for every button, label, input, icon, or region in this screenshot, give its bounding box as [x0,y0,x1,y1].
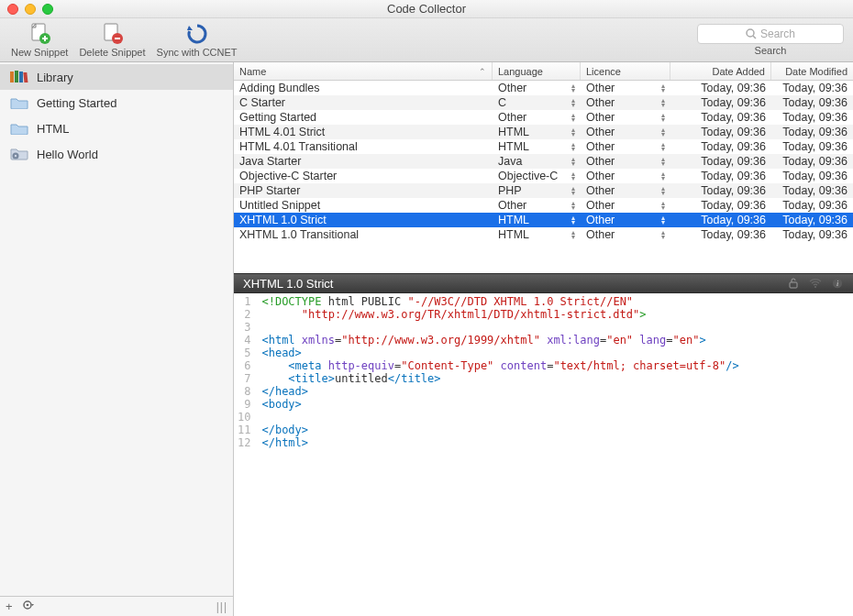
stepper-icon[interactable]: ▴▾ [571,186,575,195]
cell-date-modified: Today, 09:36 [771,227,853,242]
cell-language[interactable]: Other▴▾ [493,110,581,125]
cell-licence[interactable]: Other▴▾ [581,125,670,139]
stepper-icon[interactable]: ▴▾ [571,215,575,225]
folder-icon [9,94,29,111]
column-header-date-added[interactable]: Date Added [670,62,771,80]
column-header-name[interactable]: Name ⌃ [234,62,493,80]
table-row[interactable]: XHTML 1.0 StrictHTML▴▾Other▴▾Today, 09:3… [234,213,853,227]
stepper-icon[interactable]: ▴▾ [661,142,665,151]
cell-name: Getting Started [234,110,493,125]
cell-licence[interactable]: Other▴▾ [581,81,670,95]
table-row[interactable]: HTML 4.01 StrictHTML▴▾Other▴▾Today, 09:3… [234,125,853,139]
stepper-icon[interactable]: ▴▾ [571,83,575,93]
cell-licence[interactable]: Other▴▾ [581,183,670,198]
stepper-icon[interactable]: ▴▾ [661,230,665,239]
stepper-icon[interactable]: ▴▾ [571,127,575,137]
table-row[interactable]: Adding BundlesOther▴▾Other▴▾Today, 09:36… [234,81,853,95]
cell-date-modified: Today, 09:36 [771,198,853,213]
close-window-icon[interactable] [7,4,18,15]
add-button[interactable]: + [6,600,13,613]
cell-licence[interactable]: Other▴▾ [581,139,670,154]
table-row[interactable]: HTML 4.01 TransitionalHTML▴▾Other▴▾Today… [234,139,853,154]
stepper-icon[interactable]: ▴▾ [661,157,665,166]
cell-licence[interactable]: Other▴▾ [581,169,670,183]
svg-rect-14 [790,282,797,288]
cell-language[interactable]: Other▴▾ [493,81,581,95]
cell-name: PHP Starter [234,183,493,198]
cell-name: HTML 4.01 Strict [234,125,493,139]
cell-language[interactable]: HTML▴▾ [493,125,581,139]
sidebar-item[interactable]: Hello World [0,141,233,167]
stepper-icon[interactable]: ▴▾ [571,142,575,151]
sidebar: LibraryGetting StartedHTMLHello World + … [0,62,234,616]
info-icon[interactable]: i [831,277,844,290]
toolbar: New Snippet Delete Snippet Sync with CCN… [0,18,853,62]
delete-snippet-button[interactable]: Delete Snippet [73,22,150,58]
column-header-licence[interactable]: Licence [581,62,670,80]
wifi-icon[interactable] [809,277,822,290]
cell-language[interactable]: PHP▴▾ [493,183,581,198]
cell-licence[interactable]: Other▴▾ [581,154,670,169]
lock-icon[interactable] [787,277,800,290]
cell-date-modified: Today, 09:36 [771,95,853,110]
main: LibraryGetting StartedHTMLHello World + … [0,62,853,616]
cell-name: Untitled Snippet [234,198,493,213]
new-snippet-button[interactable]: New Snippet [6,22,73,58]
sidebar-item[interactable]: Library [0,64,233,90]
code-editor[interactable]: 123456789101112 <!DOCTYPE html PUBLIC "-… [234,293,853,616]
column-header-date-modified[interactable]: Date Modified [771,62,853,80]
column-header-language[interactable]: Language [493,62,581,80]
table-row[interactable]: PHP StarterPHP▴▾Other▴▾Today, 09:36Today… [234,183,853,198]
stepper-icon[interactable]: ▴▾ [661,215,665,225]
search-input[interactable]: Search [697,24,844,44]
table-row[interactable]: Untitled SnippetOther▴▾Other▴▾Today, 09:… [234,198,853,213]
stepper-icon[interactable]: ▴▾ [661,186,665,195]
stepper-icon[interactable]: ▴▾ [661,98,665,107]
zoom-window-icon[interactable] [42,4,53,15]
cell-language[interactable]: Java▴▾ [493,154,581,169]
gear-menu-button[interactable] [22,599,35,614]
sidebar-item[interactable]: HTML [0,116,233,141]
sync-icon [184,22,210,46]
stepper-icon[interactable]: ▴▾ [661,201,665,210]
cell-licence[interactable]: Other▴▾ [581,95,670,110]
stepper-icon[interactable]: ▴▾ [571,230,575,239]
table-row[interactable]: Objective-C StarterObjective-C▴▾Other▴▾T… [234,169,853,183]
stepper-icon[interactable]: ▴▾ [571,98,575,107]
svg-rect-6 [10,72,14,82]
stepper-icon[interactable]: ▴▾ [661,171,665,181]
table-row[interactable]: XHTML 1.0 TransitionalHTML▴▾Other▴▾Today… [234,227,853,242]
code-content[interactable]: <!DOCTYPE html PUBLIC "-//W3C//DTD XHTML… [256,293,744,616]
sidebar-item[interactable]: Getting Started [0,90,233,116]
minimize-window-icon[interactable] [25,4,36,15]
cell-name: XHTML 1.0 Transitional [234,227,493,242]
table-row[interactable]: C StarterC▴▾Other▴▾Today, 09:36Today, 09… [234,95,853,110]
cell-licence[interactable]: Other▴▾ [581,213,670,227]
cell-language[interactable]: C▴▾ [493,95,581,110]
stepper-icon[interactable]: ▴▾ [571,201,575,210]
svg-point-11 [15,155,17,157]
cell-language[interactable]: Objective-C▴▾ [493,169,581,183]
stepper-icon[interactable]: ▴▾ [571,157,575,166]
cell-name: C Starter [234,95,493,110]
table-row[interactable]: Java StarterJava▴▾Other▴▾Today, 09:36Tod… [234,154,853,169]
cell-licence[interactable]: Other▴▾ [581,227,670,242]
cell-licence[interactable]: Other▴▾ [581,110,670,125]
line-gutter: 123456789101112 [234,293,256,616]
cell-language[interactable]: HTML▴▾ [493,213,581,227]
stepper-icon[interactable]: ▴▾ [661,113,665,122]
cell-language[interactable]: HTML▴▾ [493,227,581,242]
resize-grip-icon[interactable]: ||| [216,600,227,613]
table-row[interactable]: Getting StartedOther▴▾Other▴▾Today, 09:3… [234,110,853,125]
stepper-icon[interactable]: ▴▾ [661,83,665,93]
table-body[interactable]: Adding BundlesOther▴▾Other▴▾Today, 09:36… [234,81,853,242]
cell-language[interactable]: Other▴▾ [493,198,581,213]
gear-folder-icon [9,146,29,162]
cell-date-added: Today, 09:36 [670,139,771,154]
stepper-icon[interactable]: ▴▾ [661,127,665,137]
stepper-icon[interactable]: ▴▾ [571,171,575,181]
cell-language[interactable]: HTML▴▾ [493,139,581,154]
sync-button[interactable]: Sync with CCNET [151,22,243,58]
stepper-icon[interactable]: ▴▾ [571,113,575,122]
cell-licence[interactable]: Other▴▾ [581,198,670,213]
